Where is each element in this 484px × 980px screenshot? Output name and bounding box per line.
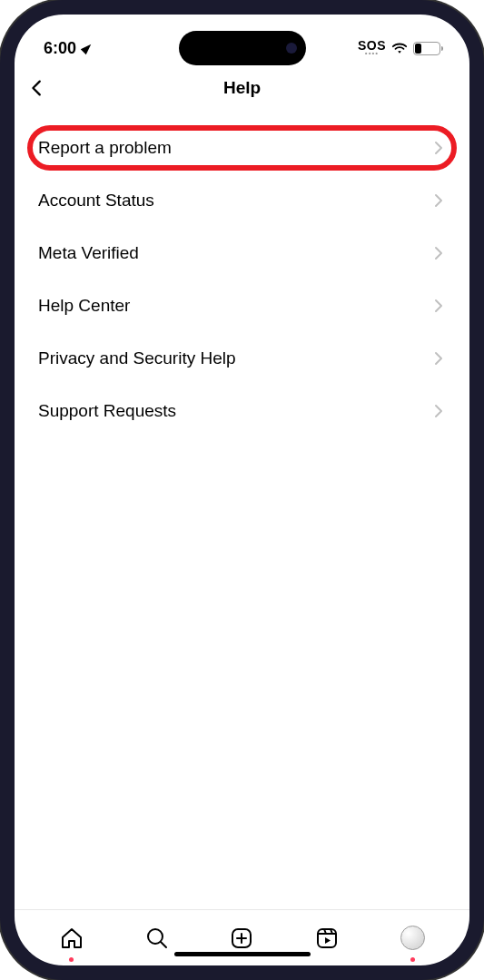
menu-item-label: Support Requests [38,401,176,421]
menu-item-account-status[interactable]: Account Status [15,174,469,227]
menu-item-label: Account Status [38,191,154,211]
phone-frame: 6:00 SOS •••• 27 [0,0,484,980]
chevron-right-icon [431,193,446,208]
menu-item-help-center[interactable]: Help Center [15,279,469,332]
chevron-right-icon [431,141,446,155]
sos-indicator: SOS •••• [358,39,386,57]
status-left: 6:00 [44,39,93,58]
plus-square-icon [230,926,253,950]
chevron-right-icon [431,404,446,418]
reels-icon [315,926,339,950]
dynamic-island [179,31,306,65]
profile-avatar-icon [400,926,425,950]
location-arrow-icon [81,42,94,54]
menu-item-meta-verified[interactable]: Meta Verified [15,227,469,279]
tab-bar [15,909,469,965]
nav-header: Help [15,65,469,111]
chevron-right-icon [431,351,446,366]
home-indicator[interactable] [174,952,311,956]
menu-item-privacy-security-help[interactable]: Privacy and Security Help [15,332,469,385]
menu-item-support-requests[interactable]: Support Requests [15,385,469,437]
tab-profile[interactable] [370,910,455,965]
chevron-left-icon [27,78,47,98]
content-area: Report a problem Account Status Meta Ver… [15,111,469,909]
battery-percent: 27 [421,44,431,54]
menu-item-label: Meta Verified [38,243,139,263]
menu-item-label: Help Center [38,296,130,316]
back-button[interactable] [27,70,64,106]
chevron-right-icon [431,299,446,313]
tab-reels[interactable] [284,910,370,965]
page-title: Help [223,78,261,98]
tab-home[interactable] [29,910,114,965]
notification-dot [69,957,74,962]
svg-rect-2 [318,929,336,947]
search-icon [145,926,169,950]
chevron-right-icon [431,246,446,260]
tab-search[interactable] [114,910,200,965]
status-right: SOS •••• 27 [358,39,440,57]
menu-item-report-problem[interactable]: Report a problem [15,122,469,174]
tab-create[interactable] [200,910,285,965]
battery-icon: 27 [413,42,440,55]
menu-item-label: Report a problem [38,138,172,158]
home-icon [60,926,84,950]
menu-item-label: Privacy and Security Help [38,348,236,368]
phone-screen: 6:00 SOS •••• 27 [15,15,469,965]
wifi-icon [391,42,408,54]
notification-dot [410,957,415,962]
status-time: 6:00 [44,39,76,58]
